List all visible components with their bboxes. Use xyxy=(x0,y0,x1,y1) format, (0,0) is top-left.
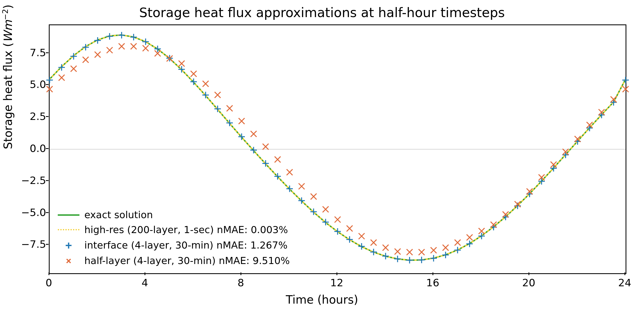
x-marker xyxy=(311,193,317,199)
plus-marker xyxy=(454,247,461,253)
x-marker xyxy=(215,92,221,98)
y-tick-mark xyxy=(46,116,49,117)
x-marker xyxy=(71,66,77,72)
x-marker xyxy=(107,47,113,53)
x-marker xyxy=(119,43,125,49)
x-marker-icon: × xyxy=(58,254,79,268)
plus-marker xyxy=(430,255,437,262)
line-swatch-icon xyxy=(58,214,79,216)
legend-entry-interface: + interface (4-layer, 30-min) nMAE: 1.26… xyxy=(58,237,290,253)
x-tick-label: 4 xyxy=(142,277,148,289)
legend-entry-halflayer: × half-layer (4-layer, 30-min) nMAE: 9.5… xyxy=(58,254,290,268)
x-tick-label: 16 xyxy=(426,277,439,289)
x-marker xyxy=(179,61,185,66)
chart-figure: Storage heat flux approximations at half… xyxy=(0,0,644,318)
x-marker xyxy=(299,183,305,189)
legend-label: interface (4-layer, 30-min) nMAE: 1.267% xyxy=(84,238,287,252)
x-marker xyxy=(383,245,389,251)
plus-marker xyxy=(370,249,377,255)
y-tick-mark xyxy=(46,212,49,213)
chart-title: Storage heat flux approximations at half… xyxy=(0,5,644,20)
y-tick-label: 5.0 xyxy=(30,78,46,90)
plus-marker xyxy=(358,243,365,250)
legend-label: half-layer (4-layer, 30-min) nMAE: 9.510… xyxy=(84,254,290,268)
x-marker xyxy=(407,249,413,255)
y-axis-label: Storage heat flux (Wm−2) xyxy=(1,5,15,150)
legend-label: high-res (200-layer, 1-sec) nMAE: 0.003% xyxy=(84,223,288,237)
x-marker xyxy=(251,131,257,137)
y-tick-label: 2.5 xyxy=(30,110,46,122)
plus-marker xyxy=(106,33,113,40)
plus-marker xyxy=(406,257,413,263)
x-marker xyxy=(467,234,473,240)
y-tick-label: −5.0 xyxy=(21,206,46,218)
plus-marker xyxy=(394,256,401,262)
x-marker xyxy=(455,240,461,246)
x-axis-label: Time (hours) xyxy=(0,293,644,306)
x-marker xyxy=(287,169,293,175)
y-tick-label: −2.5 xyxy=(21,174,46,186)
x-marker xyxy=(443,245,448,251)
plus-marker xyxy=(418,257,425,263)
x-tick-mark xyxy=(624,272,625,275)
x-marker xyxy=(419,249,425,255)
x-marker xyxy=(623,86,629,92)
x-marker xyxy=(335,217,341,222)
plus-marker xyxy=(46,77,53,83)
y-tick-mark xyxy=(46,84,49,85)
x-tick-mark xyxy=(337,272,337,275)
x-marker xyxy=(323,206,329,212)
y-tick-label: 0.0 xyxy=(30,142,46,154)
x-tick-label: 12 xyxy=(330,277,343,289)
y-tick-mark xyxy=(46,180,49,181)
x-tick-mark xyxy=(49,272,49,275)
x-marker xyxy=(59,75,65,81)
plus-marker-icon: + xyxy=(58,237,79,253)
x-tick-label: 0 xyxy=(46,277,52,289)
x-marker xyxy=(227,105,233,111)
x-marker xyxy=(431,247,437,253)
x-marker xyxy=(359,233,365,239)
y-tick-mark xyxy=(46,52,49,53)
x-marker xyxy=(143,45,149,51)
plus-marker xyxy=(94,37,101,44)
x-marker xyxy=(191,71,197,77)
plus-marker xyxy=(142,39,149,45)
plus-marker xyxy=(382,253,389,259)
dotted-swatch-icon xyxy=(58,229,79,230)
x-tick-label: 20 xyxy=(522,277,535,289)
y-tick-mark xyxy=(46,148,49,149)
legend: exact solution high-res (200-layer, 1-se… xyxy=(58,207,290,268)
x-marker xyxy=(203,81,209,87)
x-tick-mark xyxy=(432,272,433,275)
x-marker xyxy=(275,157,281,163)
plus-marker xyxy=(130,34,137,40)
x-marker xyxy=(47,86,53,92)
legend-label: exact solution xyxy=(84,208,153,222)
y-tick-label: −7.5 xyxy=(21,238,46,250)
x-marker xyxy=(395,249,401,255)
y-tick-label: 7.5 xyxy=(30,47,46,59)
legend-entry-exact: exact solution xyxy=(58,208,290,222)
x-marker xyxy=(347,225,353,231)
x-marker xyxy=(239,118,245,124)
x-tick-label: 8 xyxy=(238,277,244,289)
y-tick-mark xyxy=(46,244,49,245)
x-marker xyxy=(83,57,89,63)
x-tick-mark xyxy=(528,272,529,275)
x-tick-mark xyxy=(241,272,241,275)
x-tick-label: 24 xyxy=(618,277,631,289)
plot-area: exact solution high-res (200-layer, 1-se… xyxy=(49,24,626,274)
plus-marker xyxy=(442,252,449,258)
plus-marker xyxy=(118,32,125,39)
x-marker xyxy=(263,144,269,150)
x-tick-mark xyxy=(145,272,145,275)
legend-entry-highres: high-res (200-layer, 1-sec) nMAE: 0.003% xyxy=(58,223,290,237)
x-marker xyxy=(131,43,137,49)
x-marker xyxy=(95,52,101,58)
x-marker xyxy=(371,240,377,246)
